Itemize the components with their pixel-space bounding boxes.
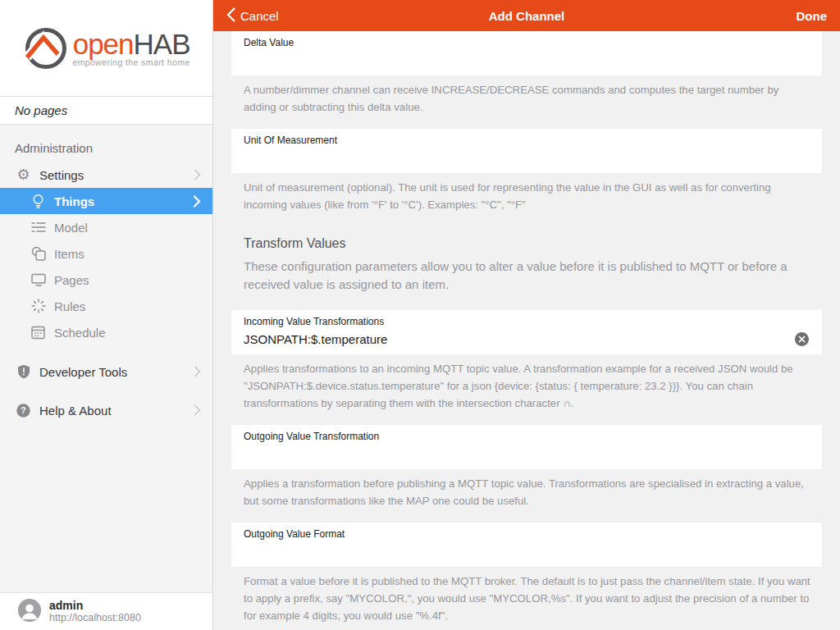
chevron-right-icon <box>193 195 201 208</box>
chevron-left-icon <box>226 7 235 25</box>
outgoing-value-transformation-input[interactable] <box>244 442 810 469</box>
monitor-icon <box>30 273 47 286</box>
add-channel-navbar: Cancel Add Channel Done <box>213 0 840 31</box>
administration-section-label: Administration <box>0 125 212 162</box>
field-card-delta-value: Delta Value <box>231 31 822 75</box>
field-card-incoming-value-transformations: Incoming Value Transformations <box>231 310 822 354</box>
sidebar-item-items[interactable]: Items <box>0 240 212 267</box>
openhab-logo: openHAB empowering the smart home <box>22 23 189 74</box>
logo-area: openHAB empowering the smart home <box>0 0 212 96</box>
chevron-right-icon <box>194 169 201 180</box>
page-title: Add Channel <box>213 9 840 23</box>
field-description: Applies a transformation before publishi… <box>244 475 810 509</box>
field-label: Unit Of Measurement <box>244 129 810 146</box>
sidebar-item-label: Things <box>54 194 94 208</box>
field-description: A number/dimmer channel can receive INCR… <box>244 81 810 116</box>
done-button[interactable]: Done <box>797 9 828 23</box>
user-name: admin <box>49 599 141 613</box>
section-description: These configuration parameters allow you… <box>244 258 810 294</box>
svg-text:?: ? <box>21 405 25 415</box>
sidebar-item-label: Settings <box>39 168 84 182</box>
unit-of-measurement-input[interactable] <box>244 146 810 173</box>
chevron-right-icon <box>194 366 201 377</box>
avatar <box>18 599 41 625</box>
outgoing-value-format-input[interactable] <box>244 540 810 567</box>
user-panel[interactable]: admin http://localhost:8080 <box>0 592 212 630</box>
sidebar-item-model[interactable]: Model <box>0 214 212 240</box>
chevron-right-icon <box>194 404 201 416</box>
field-card-outgoing-value-format: Outgoing Value Format <box>231 523 822 567</box>
lightbulb-icon <box>30 194 47 209</box>
sidebar-item-label: Model <box>54 221 88 235</box>
sidebar-item-label: Items <box>54 247 84 261</box>
field-label: Delta Value <box>244 31 810 48</box>
sidebar-item-label: Rules <box>54 299 85 313</box>
sidebar-item-pages[interactable]: Pages <box>0 267 212 293</box>
field-label: Outgoing Value Transformation <box>244 425 810 442</box>
sidebar-item-label: Schedule <box>54 326 106 340</box>
field-card-unit-of-measurement: Unit Of Measurement <box>231 129 822 173</box>
burst-icon <box>30 299 47 313</box>
sidebar-item-label: Developer Tools <box>39 365 127 379</box>
main-panel: Cancel Add Channel Done Delta Value A nu… <box>213 0 840 630</box>
brand-wordmark: openHAB <box>73 30 190 58</box>
sidebar-item-label: Help & About <box>39 404 112 418</box>
sidebar-item-settings[interactable]: ⚙ Settings <box>0 162 212 188</box>
field-description: Format a value before it is published to… <box>244 573 810 624</box>
field-label: Incoming Value Transformations <box>244 310 810 327</box>
field-card-outgoing-value-transformation: Outgoing Value Transformation <box>231 425 822 469</box>
field-label: Outgoing Value Format <box>244 523 810 540</box>
field-description: Unit of measurement (optional). The unit… <box>244 179 810 213</box>
sidebar-item-help-about[interactable]: ? Help & About <box>0 397 212 423</box>
openhab-emblem-icon <box>22 23 68 74</box>
field-description: Applies transformations to an incoming M… <box>244 360 810 412</box>
delta-value-input[interactable] <box>244 48 810 75</box>
sidebar-item-label: Pages <box>54 273 89 287</box>
gear-icon: ⚙ <box>15 167 32 182</box>
sidebar: openHAB empowering the smart home No pag… <box>0 0 213 630</box>
square-on-circle-icon <box>30 246 47 261</box>
brand-tagline: empowering the smart home <box>72 57 189 67</box>
question-circle-icon: ? <box>15 404 32 418</box>
calendar-icon <box>30 326 47 340</box>
no-pages-label: No pages <box>0 96 212 125</box>
section-title-transform-values: Transform Values <box>244 236 810 251</box>
user-server-url: http://localhost:8080 <box>49 612 141 624</box>
sidebar-spacer <box>0 423 212 592</box>
sidebar-item-schedule[interactable]: Schedule <box>0 319 212 345</box>
sidebar-item-developer-tools[interactable]: Developer Tools <box>0 358 212 385</box>
form-content: Delta Value A number/dimmer channel can … <box>213 31 840 630</box>
clear-input-button[interactable] <box>794 331 810 350</box>
sidebar-item-rules[interactable]: Rules <box>0 293 212 319</box>
sidebar-item-things[interactable]: Things <box>0 188 212 214</box>
cancel-button[interactable]: Cancel <box>226 7 279 25</box>
incoming-value-transformations-input[interactable] <box>244 327 794 354</box>
model-tree-icon <box>30 221 47 233</box>
shield-exclamation-icon <box>15 364 32 379</box>
